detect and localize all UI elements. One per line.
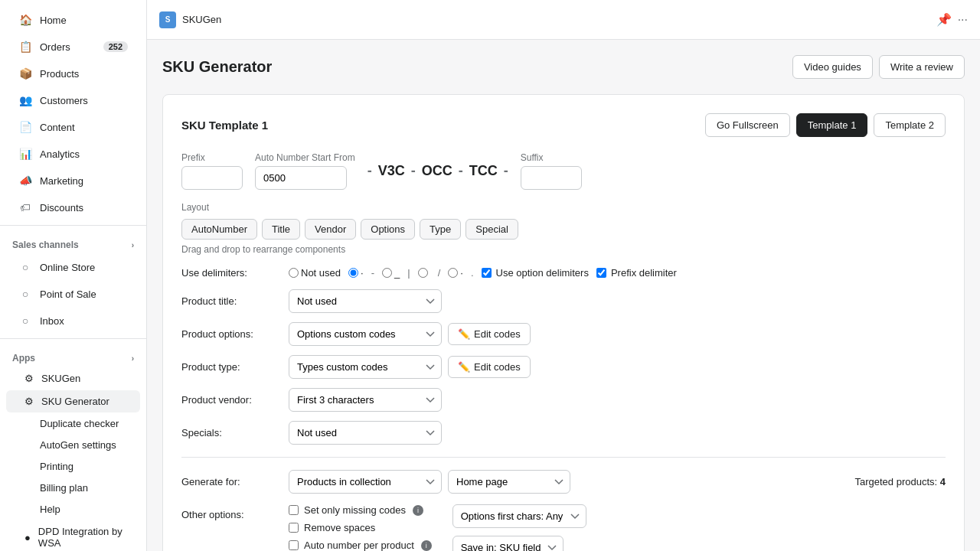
- prefix-autonumber-row: Prefix Auto Number Start From - V3C - OC…: [181, 152, 946, 190]
- layout-tags: AutoNumberTitleVendorOptionsTypeSpecial: [181, 219, 946, 240]
- delimiter-pipe[interactable]: [418, 268, 430, 278]
- apps-expand-icon[interactable]: ›: [132, 354, 134, 363]
- sidebar-item-label: Discounts: [40, 202, 83, 214]
- sku-part3: TCC: [469, 163, 498, 179]
- set-only-missing-checkbox[interactable]: Set only missing codes i: [289, 504, 434, 516]
- content-icon: 📄: [18, 120, 32, 134]
- sidebar-item-online-store[interactable]: ○ Online Store: [6, 254, 140, 280]
- delimiter-not-used[interactable]: Not used: [289, 267, 341, 279]
- sidebar-item-point-of-sale[interactable]: ○ Point of Sale: [6, 281, 140, 307]
- sidebar-sub-item-autogen-settings[interactable]: AutoGen settings: [6, 435, 140, 455]
- pin-icon[interactable]: 📌: [936, 12, 952, 27]
- product-title-select[interactable]: Not used First 3 characters First 5 char…: [289, 289, 442, 313]
- topbar-actions: 📌 ···: [936, 12, 968, 27]
- save-in-row: Save in: SKU field Barcode field Metafie…: [452, 536, 606, 551]
- use-option-delimiters-label: Use option delimiters: [496, 267, 589, 279]
- targeted-count: 4: [940, 476, 946, 487]
- product-title-controls: Not used First 3 characters First 5 char…: [289, 289, 946, 313]
- sidebar-sub-item-help[interactable]: Help: [6, 499, 140, 520]
- product-type-controls: Types custom codes Not used First 3 char…: [289, 355, 946, 379]
- sidebar-item-label: SKU Generator: [41, 396, 109, 407]
- discounts-icon: 🏷: [18, 201, 32, 214]
- generate-for-select[interactable]: Products in collection All products Sele…: [289, 470, 442, 494]
- options-first-chars-select[interactable]: Options first chars: Any 1 2 3: [452, 504, 586, 528]
- drag-hint: Drag and drop to rearrange components: [181, 244, 946, 255]
- sidebar-item-analytics[interactable]: 📊 Analytics: [6, 141, 140, 167]
- sidebar-item-skugen[interactable]: ⚙ SKUGen: [6, 367, 140, 390]
- collection-select[interactable]: Home page All collections Featured: [448, 470, 570, 494]
- sidebar-item-label: Point of Sale: [40, 289, 96, 300]
- delimiter-slash[interactable]: ·: [448, 267, 463, 279]
- app-icon: S: [159, 11, 176, 28]
- sidebar-item-products[interactable]: 📦 Products: [6, 60, 140, 86]
- product-title-row: Product title: Not used First 3 characte…: [181, 289, 946, 313]
- sidebar-item-discounts[interactable]: 🏷 Discounts: [6, 194, 140, 220]
- sales-channels-expand-icon[interactable]: ›: [132, 241, 134, 249]
- sidebar-badge-orders: 252: [103, 41, 128, 52]
- sidebar-item-content[interactable]: 📄 Content: [6, 114, 140, 140]
- sidebar-item-home[interactable]: 🏠 Home: [6, 7, 140, 33]
- use-option-delimiters-checkbox[interactable]: Use option delimiters: [482, 267, 589, 279]
- customers-icon: 👥: [18, 93, 32, 107]
- other-options-left: Set only missing codes i Remove spaces A…: [289, 504, 434, 551]
- auto-number-per-product-info-icon[interactable]: i: [421, 540, 432, 551]
- auto-number-per-product-checkbox[interactable]: Auto number per product i: [289, 540, 434, 551]
- product-options-label: Product options:: [181, 328, 289, 340]
- specials-row: Specials: Not used Option 1: [181, 421, 946, 445]
- write-review-button[interactable]: Write a review: [879, 55, 965, 79]
- sidebar-sub-item-printing[interactable]: Printing: [6, 456, 140, 477]
- more-options-icon[interactable]: ···: [958, 13, 968, 27]
- generate-for-row: Generate for: Products in collection All…: [181, 470, 946, 494]
- remove-spaces-checkbox[interactable]: Remove spaces: [289, 522, 434, 533]
- sidebar-sub-item-billing-plan[interactable]: Billing plan: [6, 478, 140, 498]
- delimiter-dot[interactable]: ·: [348, 267, 364, 279]
- sidebar-item-customers[interactable]: 👥 Customers: [6, 87, 140, 113]
- suffix-input[interactable]: [521, 166, 582, 190]
- page-header: SKU Generator Video guides Write a revie…: [162, 55, 965, 79]
- home-icon: 🏠: [18, 13, 32, 27]
- layout-tag-type[interactable]: Type: [420, 219, 461, 240]
- sidebar-item-label: Orders: [40, 41, 70, 53]
- product-vendor-select[interactable]: First 3 characters Not used Full vendor: [289, 388, 442, 412]
- sidebar-item-inbox[interactable]: ○ Inbox: [6, 308, 140, 334]
- sidebar-item-dpd[interactable]: ● DPD Integration by WSA: [6, 520, 140, 551]
- product-type-label: Product type:: [181, 361, 289, 373]
- product-options-edit-button[interactable]: ✏️ Edit codes: [448, 323, 531, 345]
- sidebar-item-sku-generator[interactable]: ⚙ SKU Generator: [6, 390, 140, 412]
- save-in-select[interactable]: Save in: SKU field Barcode field Metafie…: [452, 536, 564, 551]
- video-guides-button[interactable]: Video guides: [792, 55, 873, 79]
- generate-for-controls: Products in collection All products Sele…: [289, 470, 946, 494]
- template1-button[interactable]: Template 1: [796, 113, 868, 137]
- card-header-buttons: Go Fullscreen Template 1 Template 2: [705, 113, 946, 137]
- prefix-delimiter-checkbox[interactable]: Prefix delimiter: [596, 267, 677, 279]
- page-title: SKU Generator: [162, 58, 272, 76]
- fullscreen-button[interactable]: Go Fullscreen: [705, 113, 790, 137]
- sidebar-item-label: SKUGen: [41, 373, 80, 384]
- layout-label: Layout: [181, 202, 946, 213]
- product-type-select[interactable]: Types custom codes Not used First 3 char…: [289, 355, 442, 379]
- sidebar-item-label: Products: [40, 68, 79, 80]
- product-options-select[interactable]: Options custom codes Not used First 3 ch…: [289, 322, 442, 346]
- layout-tag-autonumber[interactable]: AutoNumber: [181, 219, 257, 240]
- prefix-delimiter-label: Prefix delimiter: [611, 267, 677, 279]
- sidebar-sub-item-duplicate-checker[interactable]: Duplicate checker: [6, 413, 140, 434]
- layout-tag-special[interactable]: Special: [466, 219, 518, 240]
- delimiter-underscore[interactable]: _: [382, 267, 400, 279]
- auto-number-input[interactable]: [255, 166, 347, 190]
- product-vendor-label: Product vendor:: [181, 394, 289, 406]
- sidebar: 🏠 Home 📋 Orders 252📦 Products 👥 Customer…: [0, 0, 147, 551]
- sidebar-item-orders[interactable]: 📋 Orders 252: [6, 34, 140, 60]
- sidebar-item-marketing[interactable]: 📣 Marketing: [6, 168, 140, 194]
- delimiters-row: Use delimiters: Not used · - _ |: [181, 267, 946, 279]
- layout-tag-vendor[interactable]: Vendor: [305, 219, 356, 240]
- product-type-edit-button[interactable]: ✏️ Edit codes: [448, 356, 531, 378]
- template2-button[interactable]: Template 2: [874, 113, 946, 137]
- specials-select[interactable]: Not used Option 1: [289, 421, 442, 445]
- product-vendor-row: Product vendor: First 3 characters Not u…: [181, 388, 946, 412]
- sidebar-item-label: Customers: [40, 95, 88, 106]
- layout-tag-title[interactable]: Title: [262, 219, 300, 240]
- prefix-input[interactable]: [181, 166, 243, 190]
- layout-tag-options[interactable]: Options: [361, 219, 415, 240]
- set-only-missing-info-icon[interactable]: i: [413, 505, 423, 516]
- point-of-sale-icon: ○: [18, 287, 32, 301]
